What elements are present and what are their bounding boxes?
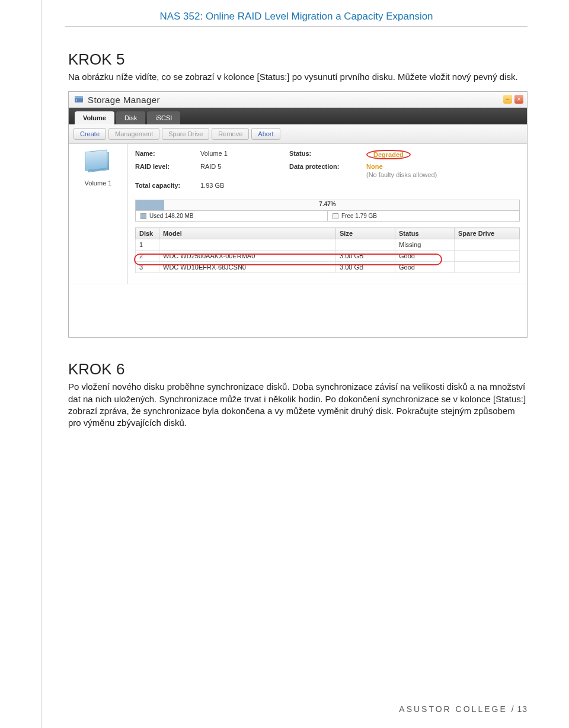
cell-status: Good bbox=[395, 262, 455, 273]
capacity-label: Total capacity: bbox=[135, 182, 200, 189]
abort-button[interactable]: Abort bbox=[251, 128, 280, 140]
panel-body: Volume 1 Name: Volume 1 Status: Degraded… bbox=[69, 144, 527, 284]
status-label: Status: bbox=[289, 150, 366, 159]
usage-fill bbox=[136, 200, 164, 210]
free-swatch-icon bbox=[333, 213, 338, 219]
usage-used-cell: Used 148.20 MB bbox=[136, 211, 328, 221]
toolbar: Create Management Spare Drive Remove Abo… bbox=[69, 124, 527, 144]
dp-none-text: None bbox=[366, 163, 383, 170]
volume-sidebar: Volume 1 bbox=[69, 144, 128, 284]
cell-disk: 2 bbox=[136, 251, 159, 262]
close-icon[interactable]: × bbox=[514, 95, 523, 104]
status-badge: Degraded bbox=[366, 150, 411, 159]
page-header: NAS 352: Online RAID Level Migration a C… bbox=[65, 0, 528, 27]
step-6-heading: KROK 6 bbox=[68, 360, 528, 379]
raid-label: RAID level: bbox=[135, 163, 200, 178]
disk-table-body: 1Missing2WDC WD2500AAKX-00ERMA03.00 GBGo… bbox=[136, 239, 520, 273]
info-grid: Name: Volume 1 Status: Degraded RAID lev… bbox=[135, 150, 520, 189]
usage-percent: 7.47% bbox=[319, 201, 335, 207]
col-spare[interactable]: Spare Drive bbox=[455, 228, 520, 239]
tab-strip: Volume Disk iSCSI bbox=[69, 108, 527, 124]
page-content: KROK 5 Na obrázku níže vidíte, co se zob… bbox=[0, 27, 569, 429]
footer-page: / 13 bbox=[512, 704, 528, 714]
create-button[interactable]: Create bbox=[73, 128, 106, 140]
management-button[interactable]: Management bbox=[108, 128, 159, 140]
volume-label: Volume 1 bbox=[73, 179, 123, 187]
window-title: Storage Manager bbox=[88, 95, 160, 105]
col-status[interactable]: Status bbox=[395, 228, 455, 239]
dp-sub-text: (No faulty disks allowed) bbox=[366, 171, 497, 178]
storage-manager-window: Storage Manager – × Volume Disk iSCSI Cr… bbox=[68, 91, 528, 338]
usage-free-cell: Free 1.79 GB bbox=[328, 211, 519, 221]
cell-status: Missing bbox=[395, 239, 455, 251]
raid-value: RAID 5 bbox=[200, 163, 289, 178]
cell-spare bbox=[455, 262, 520, 273]
cell-size: 3.00 GB bbox=[336, 262, 395, 273]
step-6-text: Po vložení nového disku proběhne synchro… bbox=[68, 381, 528, 429]
capacity-value: 1.93 GB bbox=[200, 182, 289, 189]
step-5-heading: KROK 5 bbox=[68, 50, 528, 69]
col-model[interactable]: Model bbox=[159, 228, 336, 239]
cell-model bbox=[159, 239, 336, 251]
app-icon bbox=[73, 94, 84, 105]
page-footer: ASUSTOR COLLEGE / 13 bbox=[399, 704, 528, 714]
cell-size: 3.00 GB bbox=[336, 251, 395, 262]
data-protection-label: Data protection: bbox=[289, 163, 366, 178]
step-5-text: Na obrázku níže vidíte, co se zobrazí v … bbox=[68, 71, 528, 83]
cell-status: Good bbox=[395, 251, 455, 262]
cell-disk: 3 bbox=[136, 262, 159, 273]
spare-drive-button[interactable]: Spare Drive bbox=[162, 128, 209, 140]
name-label: Name: bbox=[135, 150, 200, 159]
usage-used-label: Used 148.20 MB bbox=[149, 213, 194, 219]
svg-rect-1 bbox=[75, 96, 83, 98]
volume-details: Name: Volume 1 Status: Degraded RAID lev… bbox=[128, 144, 527, 284]
table-row[interactable]: 2WDC WD2500AAKX-00ERMA03.00 GBGood bbox=[136, 251, 520, 262]
usage-block: 7.47% Used 148.20 MB Free 1.79 GB bbox=[135, 200, 520, 222]
page-left-rule bbox=[41, 0, 42, 728]
remove-button[interactable]: Remove bbox=[212, 128, 249, 140]
disk-table-head: Disk Model Size Status Spare Drive bbox=[136, 228, 520, 239]
volume-icon[interactable] bbox=[83, 150, 114, 177]
table-row[interactable]: 1Missing bbox=[136, 239, 520, 251]
disk-table: Disk Model Size Status Spare Drive 1Miss… bbox=[135, 227, 520, 273]
cell-model: WDC WD10EFRX-68JCSN0 bbox=[159, 262, 336, 273]
tab-volume[interactable]: Volume bbox=[75, 111, 114, 124]
window-titlebar[interactable]: Storage Manager – × bbox=[69, 92, 527, 108]
col-size[interactable]: Size bbox=[336, 228, 395, 239]
table-row[interactable]: 3WDC WD10EFRX-68JCSN03.00 GBGood bbox=[136, 262, 520, 273]
cell-spare bbox=[455, 251, 520, 262]
cell-spare bbox=[455, 239, 520, 251]
name-value: Volume 1 bbox=[200, 150, 289, 159]
col-disk[interactable]: Disk bbox=[136, 228, 159, 239]
tab-iscsi[interactable]: iSCSI bbox=[147, 111, 180, 124]
window-controls: – × bbox=[503, 95, 523, 104]
svg-point-2 bbox=[76, 100, 77, 101]
data-protection-value: None (No faulty disks allowed) bbox=[366, 163, 497, 178]
cell-disk: 1 bbox=[136, 239, 159, 251]
usage-legend: Used 148.20 MB Free 1.79 GB bbox=[136, 210, 519, 221]
tab-disk[interactable]: Disk bbox=[116, 111, 145, 124]
cell-model: WDC WD2500AAKX-00ERMA0 bbox=[159, 251, 336, 262]
status-value-wrap: Degraded bbox=[366, 150, 497, 159]
footer-brand: ASUSTOR COLLEGE bbox=[399, 704, 507, 714]
window-empty-area bbox=[69, 284, 527, 337]
usage-bar: 7.47% bbox=[136, 200, 519, 210]
minimize-icon[interactable]: – bbox=[503, 95, 512, 104]
cell-size bbox=[336, 239, 395, 251]
used-swatch-icon bbox=[140, 213, 146, 219]
usage-free-label: Free 1.79 GB bbox=[341, 213, 377, 219]
